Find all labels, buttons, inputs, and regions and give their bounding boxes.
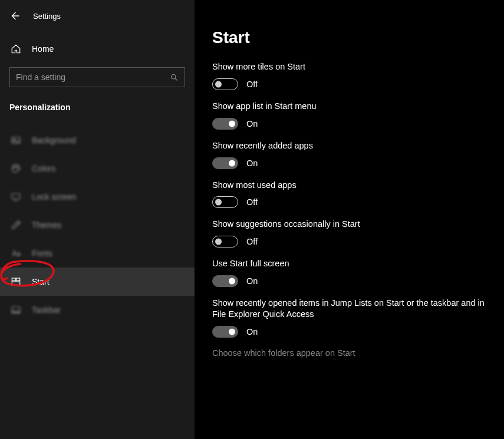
svg-rect-1 bbox=[12, 137, 20, 144]
svg-rect-9 bbox=[12, 282, 20, 285]
svg-rect-7 bbox=[12, 278, 15, 281]
toggle-state-text: Off bbox=[246, 80, 258, 89]
search-input[interactable] bbox=[16, 72, 170, 82]
fonts-icon bbox=[11, 248, 21, 259]
toggle-switch[interactable] bbox=[212, 157, 238, 169]
link-choose-folders[interactable]: Choose which folders appear on Start bbox=[212, 348, 486, 358]
toggle-switch[interactable] bbox=[212, 275, 238, 287]
toggle-switch[interactable] bbox=[212, 196, 238, 208]
picture-icon bbox=[11, 135, 21, 146]
svg-point-0 bbox=[172, 74, 176, 79]
toggle-switch[interactable] bbox=[212, 236, 238, 247]
monitor-icon bbox=[11, 192, 21, 202]
sidebar-item-label: Start bbox=[32, 277, 50, 286]
toggle-state-text: On bbox=[246, 119, 258, 128]
home-label: Home bbox=[32, 44, 54, 54]
setting-label: Use Start full screen bbox=[212, 258, 486, 269]
toggle-switch[interactable] bbox=[212, 78, 238, 90]
sidebar-item-fonts[interactable]: Fonts bbox=[9, 239, 185, 268]
toggle-state-text: Off bbox=[246, 197, 258, 207]
setting-label: Show recently added apps bbox=[212, 140, 486, 151]
nav-list: BackgroundColorsLock screenThemesFontsSt… bbox=[9, 126, 185, 324]
search-box[interactable] bbox=[9, 67, 185, 87]
setting-row: Show most used appsOff bbox=[212, 180, 486, 209]
svg-rect-8 bbox=[17, 278, 20, 281]
page-title: Start bbox=[212, 28, 486, 47]
svg-rect-11 bbox=[12, 311, 20, 313]
sidebar-item-themes[interactable]: Themes bbox=[9, 211, 185, 239]
toggle-list: Show more tiles on StartOffShow app list… bbox=[212, 61, 486, 338]
back-arrow-icon[interactable] bbox=[9, 11, 20, 21]
setting-label: Show most used apps bbox=[212, 180, 486, 191]
setting-row: Show recently opened items in Jump Lists… bbox=[212, 298, 486, 338]
category-header: Personalization bbox=[9, 103, 185, 112]
settings-sidebar: Settings Home Personalization Background… bbox=[0, 0, 195, 439]
setting-row: Show more tiles on StartOff bbox=[212, 61, 486, 90]
home-icon bbox=[11, 44, 21, 54]
sidebar-item-label: Lock screen bbox=[32, 192, 76, 202]
setting-label: Show more tiles on Start bbox=[212, 61, 486, 72]
setting-label: Show recently opened items in Jump Lists… bbox=[212, 298, 486, 320]
sidebar-item-colors[interactable]: Colors bbox=[9, 154, 185, 183]
svg-point-4 bbox=[15, 166, 17, 167]
sidebar-item-label: Colors bbox=[32, 164, 55, 173]
svg-point-5 bbox=[17, 167, 18, 169]
sidebar-item-start[interactable]: Start bbox=[0, 268, 195, 296]
sidebar-item-label: Background bbox=[32, 136, 76, 145]
setting-row: Show app list in Start menuOn bbox=[212, 101, 486, 130]
toggle-state-text: On bbox=[246, 276, 258, 286]
taskbar-icon bbox=[11, 305, 21, 315]
settings-main: Start Show more tiles on StartOffShow ap… bbox=[195, 0, 504, 439]
setting-label: Show suggestions occasionally in Start bbox=[212, 219, 486, 230]
toggle-state-text: Off bbox=[246, 237, 258, 246]
toggle-switch[interactable] bbox=[212, 326, 238, 338]
toggle-state-text: On bbox=[246, 159, 258, 168]
setting-row: Use Start full screenOn bbox=[212, 258, 486, 287]
palette-icon bbox=[11, 163, 21, 174]
sidebar-item-background[interactable]: Background bbox=[9, 126, 185, 154]
sidebar-item-label: Taskbar bbox=[32, 305, 61, 315]
svg-point-3 bbox=[14, 167, 15, 169]
setting-row: Show suggestions occasionally in StartOf… bbox=[212, 219, 486, 247]
search-icon bbox=[170, 73, 179, 82]
svg-rect-6 bbox=[12, 194, 20, 199]
sidebar-item-lockscreen[interactable]: Lock screen bbox=[9, 183, 185, 211]
toggle-switch[interactable] bbox=[212, 118, 238, 130]
sidebar-item-label: Themes bbox=[32, 220, 62, 230]
toggle-state-text: On bbox=[246, 327, 258, 336]
nav-home[interactable]: Home bbox=[9, 39, 185, 59]
setting-label: Show app list in Start menu bbox=[212, 101, 486, 112]
setting-row: Show recently added appsOn bbox=[212, 140, 486, 169]
start-icon bbox=[11, 276, 21, 287]
app-title: Settings bbox=[33, 12, 61, 21]
sidebar-item-label: Fonts bbox=[32, 249, 52, 258]
sidebar-item-taskbar[interactable]: Taskbar bbox=[9, 296, 185, 324]
brush-icon bbox=[11, 220, 21, 230]
